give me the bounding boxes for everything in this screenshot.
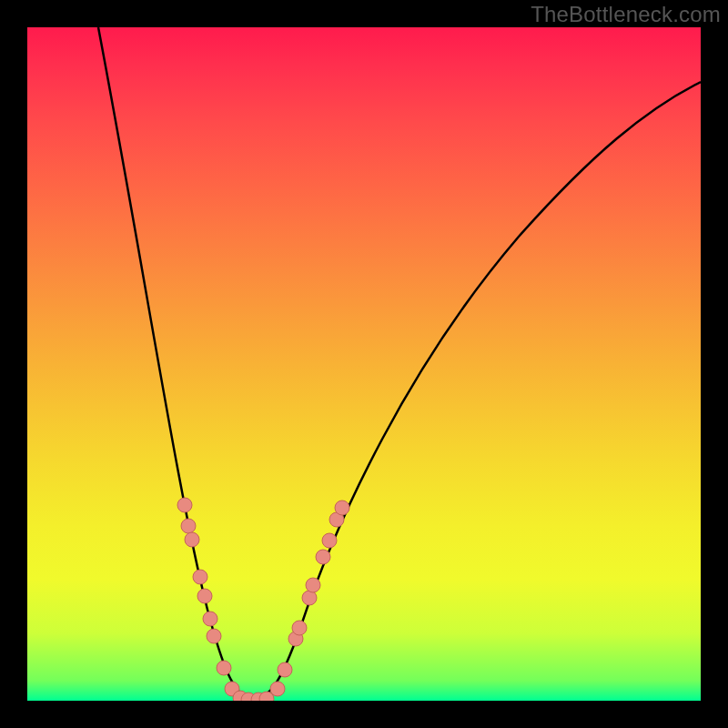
data-marker — [193, 570, 207, 584]
watermark-text: TheBottleneck.com — [531, 2, 721, 27]
data-marker — [322, 533, 337, 548]
data-marker — [335, 500, 349, 515]
data-marker — [197, 589, 212, 603]
chart-frame: TheBottleneck.com — [0, 0, 728, 728]
data-marker — [203, 612, 217, 626]
chart-svg — [27, 27, 701, 701]
data-marker — [302, 591, 317, 605]
data-marker — [278, 662, 292, 677]
data-marker — [306, 578, 320, 592]
data-marker — [316, 550, 330, 564]
marker-group — [177, 498, 349, 701]
bottleneck-curve — [98, 27, 701, 699]
data-marker — [217, 661, 231, 675]
data-marker — [181, 519, 196, 533]
data-marker — [185, 532, 199, 547]
data-marker — [177, 498, 192, 512]
data-marker — [270, 682, 285, 696]
plot-area — [27, 27, 701, 701]
data-marker — [292, 621, 307, 635]
data-marker — [207, 629, 221, 643]
